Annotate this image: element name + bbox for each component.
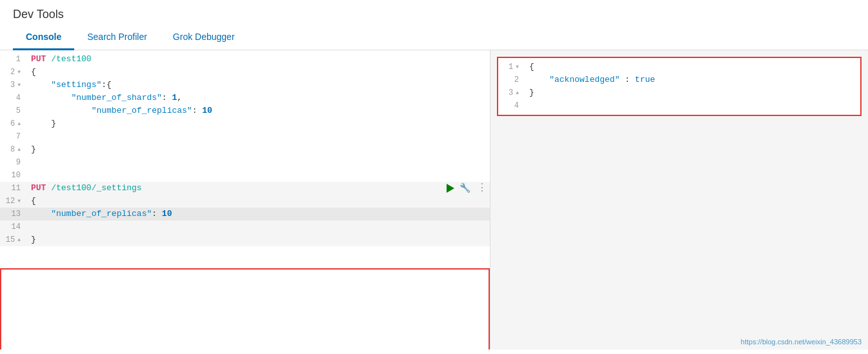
- tab-console[interactable]: Console: [13, 25, 74, 50]
- left-panel[interactable]: 1 PUT /test100 2▼ { 3▼ "settings":{ 4 "n…: [0, 50, 490, 349]
- line-number-9: 9: [0, 156, 26, 169]
- response-line-4: 4: [498, 99, 860, 112]
- selection-box-bottom: [0, 268, 490, 349]
- line-number-12: 12▼: [0, 195, 26, 208]
- tab-search-profiler[interactable]: Search Profiler: [74, 25, 160, 50]
- code-line-3: 3▼ "settings":{: [0, 79, 490, 92]
- response-content-1: {: [524, 61, 860, 74]
- code-line-1: 1 PUT /test100: [0, 53, 490, 66]
- code-line-11: 11 PUT /test100/_settings 🔧 ⋮: [0, 182, 490, 195]
- line-content-15: }: [26, 233, 490, 246]
- line-content-4: "number_of_shards": 1,: [26, 92, 490, 104]
- tab-grok-debugger[interactable]: Grok Debugger: [160, 25, 248, 50]
- main-content: 1 PUT /test100 2▼ { 3▼ "settings":{ 4 "n…: [0, 50, 868, 349]
- response-line-num-3: 3▲: [498, 86, 524, 99]
- line-content-3: "settings":{: [26, 79, 490, 92]
- response-line-num-1: 1▼: [498, 61, 524, 74]
- line-content-12: {: [26, 195, 490, 208]
- response-line-num-4: 4: [498, 99, 524, 112]
- code-editor: 1 PUT /test100 2▼ { 3▼ "settings":{ 4 "n…: [0, 50, 490, 249]
- code-line-10: 10: [0, 169, 490, 182]
- line-number-7: 7: [0, 130, 26, 143]
- line-number-8: 8▲: [0, 143, 26, 156]
- response-editor: 1▼ { 2 "acknowledged" : true 3▲ } 4: [498, 61, 860, 112]
- response-line-2: 2 "acknowledged" : true: [498, 74, 860, 86]
- line-number-6: 6▲: [0, 117, 26, 130]
- app-title: Dev Tools: [0, 0, 868, 25]
- response-line-1: 1▼ {: [498, 61, 860, 74]
- code-line-13: 13 "number_of_replicas": 10: [0, 208, 490, 221]
- wrench-icon[interactable]: 🔧: [459, 182, 470, 195]
- line-number-13: 13: [0, 208, 26, 221]
- response-line-3: 3▲ }: [498, 86, 860, 99]
- code-line-2: 2▼ {: [0, 66, 490, 79]
- line-number-2: 2▼: [0, 66, 26, 79]
- more-options-icon[interactable]: ⋮: [477, 182, 487, 195]
- right-panel[interactable]: 1▼ { 2 "acknowledged" : true 3▲ } 4: [490, 50, 868, 349]
- line-number-11: 11: [0, 182, 26, 195]
- line-number-3: 3▼: [0, 79, 26, 92]
- line-content-1: PUT /test100: [26, 53, 490, 66]
- line-number-5: 5: [0, 104, 26, 117]
- response-content-2: "acknowledged" : true: [524, 74, 860, 86]
- code-line-7: 7: [0, 130, 490, 143]
- line-content-2: {: [26, 66, 490, 79]
- response-line-num-2: 2: [498, 74, 524, 86]
- line-content-13: "number_of_replicas": 10: [26, 208, 490, 221]
- code-line-4: 4 "number_of_shards": 1,: [0, 92, 490, 104]
- code-line-14: 14: [0, 221, 490, 233]
- code-line-15: 15▲ }: [0, 233, 490, 246]
- code-line-5: 5 "number_of_replicas": 10: [0, 104, 490, 117]
- line-number-10: 10: [0, 169, 26, 182]
- code-line-9: 9: [0, 156, 490, 169]
- tabs-bar: Console Search Profiler Grok Debugger: [0, 25, 868, 50]
- response-box: 1▼ { 2 "acknowledged" : true 3▲ } 4: [497, 57, 862, 116]
- line-number-4: 4: [0, 92, 26, 104]
- code-line-12: 12▼ {: [0, 195, 490, 208]
- code-line-6: 6▲ }: [0, 117, 490, 130]
- line-number-15: 15▲: [0, 233, 26, 246]
- code-line-8: 8▲ }: [0, 143, 490, 156]
- line-number-14: 14: [0, 221, 26, 233]
- line-content-8: }: [26, 143, 490, 156]
- line-content-11: PUT /test100/_settings 🔧 ⋮: [26, 182, 490, 195]
- line-number-1: 1: [0, 53, 26, 66]
- footer-link[interactable]: https://blog.csdn.net/weixin_43689953: [741, 338, 862, 346]
- response-content-3: }: [524, 86, 860, 99]
- line-content-6: }: [26, 117, 490, 130]
- run-button[interactable]: [447, 184, 454, 193]
- line-content-5: "number_of_replicas": 10: [26, 104, 490, 117]
